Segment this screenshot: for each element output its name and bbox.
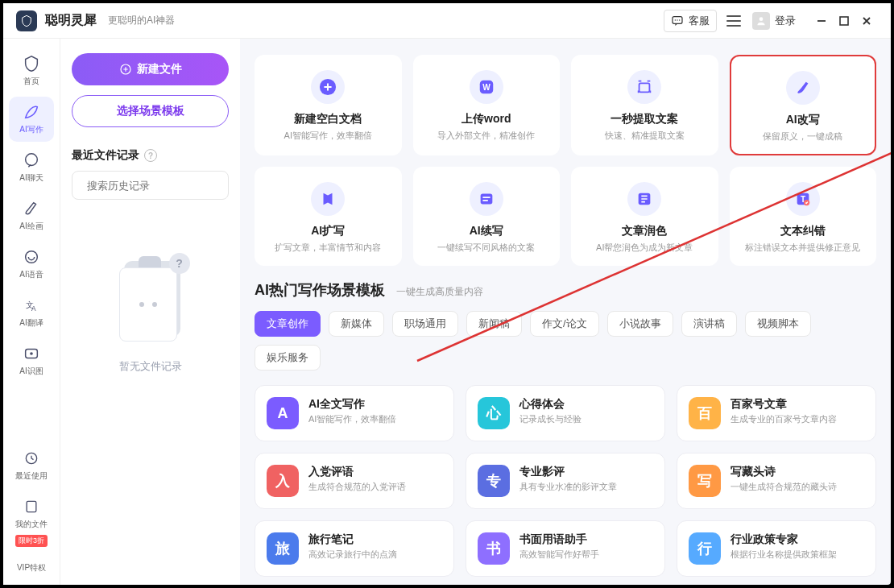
- template-card-2[interactable]: 百百家号文章生成专业的百家号文章内容: [677, 385, 876, 441]
- template-card-0[interactable]: AAI全文写作AI智能写作，效率翻倍: [255, 385, 454, 441]
- template-icon: 书: [478, 532, 510, 565]
- tab-8[interactable]: 娱乐服务: [255, 345, 321, 371]
- title-bar: 聪明灵犀 更聪明的AI神器 客服 登录: [3, 3, 891, 39]
- customer-service-button[interactable]: 客服: [664, 10, 717, 32]
- chat-icon: [671, 14, 684, 27]
- card-subtitle: 一键续写不同风格的文案: [437, 242, 535, 254]
- app-slogan: 更聪明的AI神器: [108, 14, 175, 27]
- tab-7[interactable]: 视频脚本: [745, 311, 811, 337]
- tab-6[interactable]: 演讲稿: [681, 311, 737, 337]
- tab-2[interactable]: 职场通用: [392, 311, 458, 337]
- nav-home[interactable]: 首页: [9, 48, 54, 93]
- card-subtitle: 快速、精准提取文案: [605, 130, 685, 142]
- empty-text: 暂无文件记录: [119, 359, 182, 374]
- template-icon: 旅: [267, 532, 299, 565]
- help-icon[interactable]: ?: [144, 149, 157, 162]
- template-card-5[interactable]: 写写藏头诗一键生成符合规范的藏头诗: [677, 453, 876, 509]
- home-icon: [23, 55, 40, 72]
- card-title: 文本纠错: [780, 224, 826, 238]
- nav-ai-translate[interactable]: 文A AI翻译: [9, 290, 54, 335]
- empty-state: ? 暂无文件记录: [72, 256, 229, 570]
- nav-label: 我的文件: [15, 519, 48, 530]
- word-icon: W: [470, 70, 503, 104]
- nav-label: AI翻译: [19, 317, 43, 329]
- plus-circle-icon: [119, 63, 132, 76]
- card-title: 文章润色: [622, 224, 667, 238]
- tab-5[interactable]: 小说故事: [607, 311, 673, 337]
- tab-1[interactable]: 新媒体: [329, 311, 384, 337]
- tab-0[interactable]: 文章创作: [255, 311, 321, 337]
- template-icon: 入: [267, 465, 299, 497]
- window-maximize-button[interactable]: [833, 10, 855, 32]
- nav-ai-voice[interactable]: AI语音: [9, 242, 54, 287]
- voice-icon: [23, 248, 40, 266]
- feature-card-0[interactable]: 新建空白文档AI智能写作，效率翻倍: [255, 55, 402, 155]
- chat-bubble-icon: [23, 151, 40, 169]
- section-heading: AI热门写作场景模板 一键生成高质量内容: [255, 280, 876, 300]
- feature-card-2[interactable]: 一秒提取文案快速、精准提取文案: [571, 55, 718, 155]
- window-close-button[interactable]: [855, 10, 878, 32]
- nav-recent[interactable]: 最近使用: [9, 443, 54, 488]
- feature-card-7[interactable]: T文本纠错标注错误文本并提供修正意见: [730, 167, 877, 266]
- new-file-button[interactable]: 新建文件: [72, 53, 229, 85]
- template-card-7[interactable]: 书书面用语助手高效智能写作好帮手: [466, 520, 665, 577]
- nav-label: VIP特权: [17, 562, 46, 574]
- window-minimize-button[interactable]: [810, 10, 833, 32]
- nav-my-files[interactable]: 我的文件: [9, 491, 54, 536]
- card-subtitle: 导入外部文件，精准创作: [437, 130, 535, 142]
- expand-icon: [311, 182, 345, 216]
- nav-vip[interactable]: 限时3折 VIP特权: [9, 540, 54, 585]
- nav-ai-draw[interactable]: AI绘画: [9, 193, 54, 238]
- tab-4[interactable]: 作文/论文: [530, 311, 599, 337]
- feature-card-5[interactable]: AI续写一键续写不同风格的文案: [413, 167, 561, 266]
- search-input[interactable]: [87, 180, 222, 192]
- svg-point-4: [759, 17, 764, 21]
- translate-icon: 文A: [23, 296, 40, 314]
- feature-card-3[interactable]: AI改写保留原义，一键成稿: [730, 55, 877, 155]
- svg-point-6: [26, 154, 38, 166]
- template-icon: 百: [689, 397, 721, 429]
- template-subtitle: AI智能写作，效率翻倍: [308, 413, 396, 425]
- tab-3[interactable]: 新闻稿: [466, 311, 522, 337]
- svg-text:A: A: [31, 304, 36, 313]
- svg-rect-13: [27, 501, 36, 511]
- template-card-6[interactable]: 旅旅行笔记高效记录旅行中的点滴: [255, 520, 454, 577]
- polish-icon: [627, 182, 661, 216]
- template-icon: 行: [689, 532, 721, 565]
- template-subtitle: 高效记录旅行中的点滴: [308, 549, 397, 561]
- svg-point-2: [677, 19, 677, 20]
- new-file-label: 新建文件: [137, 62, 182, 77]
- template-subtitle: 高效智能写作好帮手: [519, 549, 599, 561]
- template-grid: AAI全文写作AI智能写作，效率翻倍心心得体会记录成长与经验百百家号文章生成专业…: [255, 385, 876, 577]
- recent-heading-text: 最近文件记录: [72, 148, 139, 163]
- nav-label: 首页: [23, 76, 39, 87]
- template-title: 百家号文章: [731, 397, 837, 412]
- template-card-8[interactable]: 行行业政策专家根据行业名称提供政策框架: [677, 520, 876, 577]
- template-card-4[interactable]: 专专业影评具有专业水准的影评文章: [466, 453, 665, 509]
- card-title: 上传word: [461, 112, 511, 126]
- template-title: 专业影评: [519, 465, 617, 479]
- nav-label: AI语音: [19, 269, 43, 280]
- select-template-button[interactable]: 选择场景模板: [72, 95, 229, 127]
- template-icon: A: [267, 397, 299, 429]
- customer-service-label: 客服: [689, 14, 710, 28]
- template-card-3[interactable]: 入入党评语生成符合规范的入党评语: [255, 453, 454, 509]
- template-title: 旅行笔记: [308, 532, 397, 547]
- nav-ai-write[interactable]: AI写作: [9, 97, 54, 142]
- template-title: 入党评语: [308, 465, 406, 479]
- svg-point-3: [679, 19, 680, 20]
- search-box[interactable]: [72, 171, 229, 200]
- login-button[interactable]: 登录: [775, 14, 796, 28]
- nav-ai-vision[interactable]: AI识图: [9, 338, 54, 383]
- feature-card-6[interactable]: 文章润色AI帮您润色为成为新文章: [571, 167, 718, 266]
- nav-ai-chat[interactable]: AI聊天: [9, 145, 54, 190]
- feature-card-1[interactable]: W上传word导入外部文件，精准创作: [413, 55, 561, 155]
- template-card-1[interactable]: 心心得体会记录成长与经验: [466, 385, 665, 441]
- brush-icon: [23, 200, 40, 217]
- nav-label: AI聊天: [19, 172, 43, 184]
- feature-card-4[interactable]: AI扩写扩写文章，丰富情节和内容: [255, 167, 402, 266]
- menu-icon[interactable]: [726, 15, 741, 27]
- svg-rect-20: [480, 194, 492, 205]
- correct-icon: T: [786, 182, 820, 216]
- nav-label: AI绘画: [19, 221, 43, 232]
